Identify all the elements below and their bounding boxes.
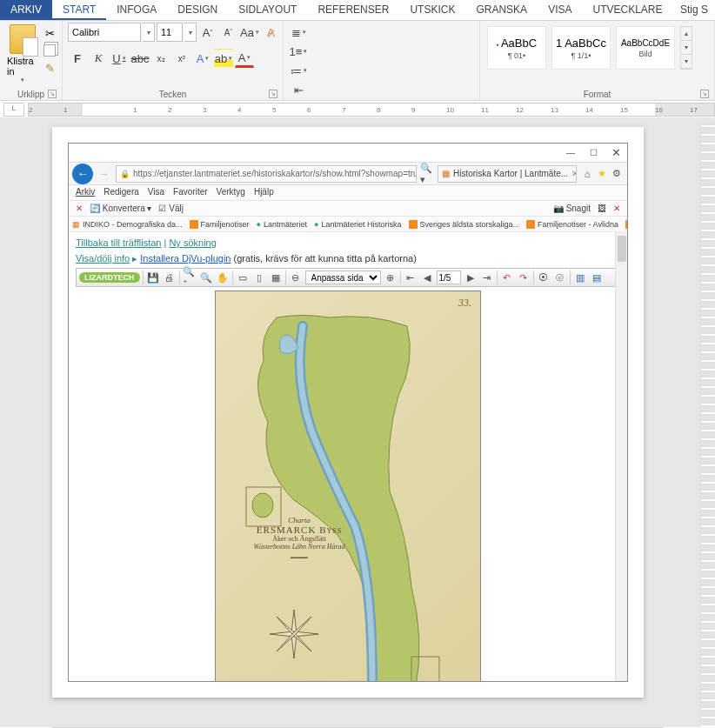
rotate-left-icon[interactable]: ↶	[500, 270, 514, 284]
bold-button[interactable]: F	[68, 49, 87, 68]
change-case-icon[interactable]: Aa	[240, 23, 259, 42]
thumb-icon[interactable]: ▦	[269, 270, 283, 284]
zoom-out-icon[interactable]: ⊖	[289, 270, 303, 284]
last-page-icon[interactable]: ⇥	[480, 270, 494, 284]
convert-button[interactable]: 🔄 Konvertera ▾	[90, 204, 151, 213]
save-icon[interactable]: 💾	[146, 270, 160, 284]
link-show-info[interactable]: Visa/dölj info	[76, 253, 130, 264]
ruler-corner[interactable]: L	[3, 103, 24, 117]
fav-familjenotiser[interactable]: Familjenotiser	[190, 220, 250, 229]
bullets-icon[interactable]	[289, 23, 308, 42]
fav-indiko[interactable]: ▦INDIKO - Demografiska da...	[72, 220, 183, 229]
zoom-fit-select[interactable]: Anpassa sida	[305, 270, 381, 284]
search-dropdown[interactable]: 🔍▾	[420, 167, 434, 181]
tab-insert[interactable]: INFOGA	[106, 0, 167, 20]
browser-tab[interactable]: ▦ Historiska Kartor | Lantmäte... ✕	[438, 165, 577, 183]
paste-button[interactable]: Klistra in ▾	[5, 23, 39, 85]
find-icon[interactable]: 🔍⁺	[183, 270, 197, 284]
fav-avlidna[interactable]: Familjenotiser - Avlidna	[526, 220, 618, 229]
layout1-icon[interactable]: ▥	[573, 270, 587, 284]
tools-gear-icon[interactable]: ⚙	[610, 167, 624, 181]
single-page-icon[interactable]: ▭	[236, 270, 250, 284]
tab-references[interactable]: REFERENSER	[307, 0, 399, 20]
fav-fnot-adm[interactable]: Fnot Adm Kto	[625, 220, 627, 229]
menu-hjalp[interactable]: Hjälp	[254, 187, 274, 198]
content-scrollbar[interactable]	[615, 232, 627, 681]
tab-file[interactable]: ARKIV	[0, 0, 52, 20]
cut-icon[interactable]	[43, 26, 57, 40]
snagit-close-icon[interactable]: ✕	[613, 204, 620, 213]
grow-font-icon[interactable]: A	[198, 23, 217, 42]
first-page-icon[interactable]: ⇤	[404, 270, 418, 284]
shrink-font-icon[interactable]: A	[219, 23, 238, 42]
favorites-star-icon[interactable]: ★	[598, 168, 606, 179]
tab-developer[interactable]: UTVECKLARE	[582, 0, 672, 20]
menu-verktyg[interactable]: Verktyg	[217, 187, 245, 198]
window-close-button[interactable]: ✕	[605, 145, 627, 161]
outdent-icon[interactable]: ⇤	[289, 80, 308, 99]
subscript-button[interactable]: x₂	[151, 49, 170, 68]
text-effects-icon[interactable]: A	[193, 49, 212, 68]
font-size-select[interactable]	[157, 23, 183, 42]
rotate-right-icon[interactable]: ↷	[517, 270, 531, 284]
tab-mail[interactable]: UTSKICK	[399, 0, 465, 20]
zoom-in-icon[interactable]: ⊕	[384, 270, 398, 284]
link-install-plugin[interactable]: Installera DjVu-plugin	[140, 253, 231, 264]
menu-visa[interactable]: Visa	[148, 187, 164, 198]
prev-page-icon[interactable]: ◀	[420, 270, 434, 284]
address-bar[interactable]: https://etjanster.lantmateriet.se/histor…	[116, 165, 417, 183]
fav-sveriges[interactable]: Sveriges äldsta storskaliga...	[409, 220, 520, 229]
tab-design[interactable]: DESIGN	[167, 0, 228, 20]
clear-format-icon[interactable]: A̷	[261, 23, 280, 42]
style-item-2[interactable]: 1 AaBbCc ¶ 1/1•	[551, 26, 611, 70]
horizontal-ruler[interactable]: 211234567891011121314151617	[28, 103, 715, 117]
highlight-icon[interactable]: ab	[214, 49, 233, 68]
link-back-results[interactable]: Tillbaka till träfflistan	[76, 237, 161, 248]
multilevel-icon[interactable]: ≔	[289, 61, 308, 80]
style-item-1[interactable]: AaBbC ¶ 01•	[487, 26, 546, 70]
clipboard-launcher[interactable]: ↘	[48, 90, 57, 98]
select-button[interactable]: ☑ Välj	[158, 204, 183, 213]
style-item-3[interactable]: AaBbCcDdE Bild	[616, 26, 675, 70]
format-painter-icon[interactable]	[43, 61, 57, 75]
styles-launcher[interactable]: ↘	[700, 90, 709, 98]
styles-more[interactable]: ▴▾▾	[680, 26, 692, 70]
tab-layout[interactable]: SIDLAYOUT	[228, 0, 307, 20]
document-area[interactable]: — ☐ ✕ ← → https://etjanster.lantmateriet…	[0, 118, 715, 727]
tab-review[interactable]: GRANSKA	[465, 0, 538, 20]
layout2-icon[interactable]: ▤	[590, 270, 604, 284]
font-name-dropdown[interactable]: ▾	[143, 23, 155, 42]
nav-next-icon[interactable]: ⦾	[553, 270, 567, 284]
map-viewer[interactable]: 33. Charta ER	[76, 289, 620, 681]
toolbar-close-icon[interactable]: ✕	[76, 204, 83, 213]
window-maximize-button[interactable]: ☐	[582, 145, 605, 161]
page-number-input[interactable]	[437, 270, 461, 284]
nav-prev-icon[interactable]: ⦿	[537, 270, 551, 284]
font-name-select[interactable]	[68, 23, 141, 42]
next-page-icon[interactable]: ▶	[464, 270, 478, 284]
snagit-extra-icon[interactable]: 🖼	[598, 204, 606, 213]
home-icon[interactable]: ⌂	[580, 167, 594, 181]
fav-lantmateriet-hist[interactable]: ●Lantmäteriet Historiska	[314, 220, 401, 229]
font-size-dropdown[interactable]: ▾	[184, 23, 197, 42]
italic-button[interactable]: K	[89, 49, 108, 68]
select-tool-icon[interactable]: 🔍	[199, 270, 213, 284]
cont-page-icon[interactable]: ▯	[252, 270, 266, 284]
back-button[interactable]: ←	[72, 164, 93, 184]
menu-redigera[interactable]: Redigera	[104, 187, 139, 198]
strike-button[interactable]: abc	[130, 49, 150, 68]
link-new-search[interactable]: Ny sökning	[169, 237, 216, 248]
tab-close-icon[interactable]: ✕	[571, 169, 577, 178]
snagit-button[interactable]: 📷 Snagit	[553, 204, 591, 213]
font-color-icon[interactable]: A	[235, 49, 254, 68]
account-user[interactable]: Stig S	[673, 0, 715, 20]
menu-arkiv[interactable]: Arkiv	[76, 187, 95, 198]
copy-icon[interactable]	[43, 43, 57, 57]
font-launcher[interactable]: ↘	[269, 90, 277, 98]
fav-lantmateriet[interactable]: ●Lantmäteriet	[257, 220, 307, 229]
menu-favoriter[interactable]: Favoriter	[173, 187, 207, 198]
window-minimize-button[interactable]: —	[559, 145, 582, 161]
tab-home[interactable]: START	[52, 0, 106, 20]
underline-button[interactable]: U	[110, 49, 129, 68]
tab-view[interactable]: VISA	[538, 0, 582, 20]
